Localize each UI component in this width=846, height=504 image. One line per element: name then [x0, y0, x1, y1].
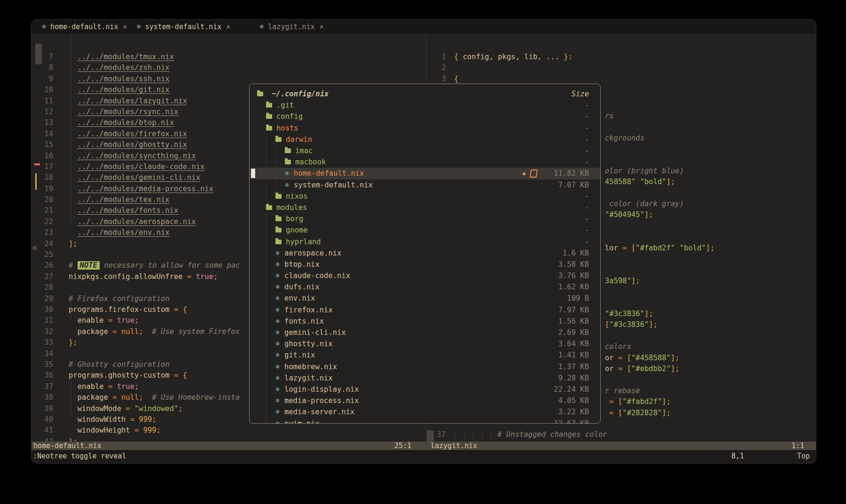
file-size: 7.97 KB [540, 306, 589, 314]
tree-item-git.nix[interactable]: ❄git.nix1.41 KB [250, 349, 600, 361]
code-text: ../../modules/fonts.nix [53, 205, 178, 216]
tree-item-claude-code.nix[interactable]: ❄claude-code.nix3.76 KB [250, 270, 600, 281]
line-number: 2 [426, 62, 446, 73]
indent-guide [257, 281, 266, 293]
tree-item-ghostty.nix[interactable]: ❄ghostty.nix3.64 KB [250, 338, 600, 349]
tree-item-macbook[interactable]: macbook- [250, 156, 600, 168]
code-token: = [170, 305, 183, 314]
code-line-7[interactable]: 7 ../../modules/tmux.nix [31, 52, 426, 62]
code-text: { config, pkgs, lib, ... }: [446, 52, 572, 62]
tree-item-homebrew.nix[interactable]: ❄homebrew.nix1.37 KB [250, 361, 600, 372]
nix-file-icon: ❄ [275, 364, 280, 370]
indent-guides: │ │ │ │ │ [454, 430, 497, 439]
tree-item-login-display.nix[interactable]: ❄login-display.nix22.24 KB [250, 384, 600, 395]
code-token: = [130, 426, 143, 434]
code-token: "#ebdbb2" [631, 364, 671, 373]
left-scrollbar-thumb[interactable] [35, 44, 42, 64]
line-number: 30 [31, 304, 53, 315]
tree-item-aerospace.nix[interactable]: ❄aerospace.nix1.6 KB [250, 248, 600, 259]
tree-item-gnome[interactable]: gnome- [250, 225, 600, 236]
tab-lazygit.nix[interactable]: ❄lazygit.nix× [255, 20, 328, 34]
close-icon[interactable]: × [226, 23, 230, 31]
cmdline-scroll-indicator: Top [797, 450, 810, 462]
neotree-root-row[interactable]: ~/.config/nix Size [250, 88, 600, 100]
tree-item-btop.nix[interactable]: ❄btop.nix3.58 KB [250, 259, 600, 270]
tree-item-name: homebrew.nix [284, 363, 337, 371]
code-line-8[interactable]: 8 ../../modules/zsh.nix [31, 62, 426, 73]
indent-guide [257, 406, 266, 418]
code-token [69, 217, 78, 226]
file-size: - [540, 203, 589, 212]
tree-item-gemini-cli.nix[interactable]: ❄gemini-cli.nix2.69 KB [250, 327, 600, 338]
folder-icon [285, 148, 291, 153]
tab-label: system-default.nix [145, 23, 222, 31]
code-text: programs.firefox-custom = { [53, 304, 187, 315]
code-token: ../../modules/ghostty.nix [78, 140, 187, 149]
nix-file-icon: ❄ [275, 409, 280, 415]
tree-item-hyprland[interactable]: hyprland- [250, 236, 600, 247]
code-fragment: = ["#282828"]; [605, 408, 671, 419]
code-token: = [170, 371, 183, 380]
code-line-41[interactable]: 41 windowHeight = 999; [31, 425, 426, 436]
code-token: ../../modules/aerospace.nix [78, 217, 196, 226]
file-size: - [540, 226, 589, 234]
code-token [69, 206, 78, 215]
code-token: programs.ghostty-custom [69, 371, 170, 380]
tree-item-env.nix[interactable]: ❄env.nix109 B [250, 293, 600, 304]
code-token: true [117, 382, 134, 391]
tree-item-media-server.nix[interactable]: ❄media-server.nix3.22 KB [250, 406, 600, 418]
code-token: [ [627, 364, 631, 373]
line-number: 41 [31, 425, 53, 436]
tab-system-default.nix[interactable]: ❄system-default.nix× [132, 20, 235, 34]
tab-label: lazygit.nix [268, 23, 314, 31]
code-token: = [605, 397, 618, 406]
tree-item-nixos[interactable]: nixos- [250, 191, 600, 202]
indent-guide [266, 395, 275, 406]
nix-file-icon: ❄ [275, 420, 280, 424]
statusline-left-filename: home-default.nix [33, 442, 102, 450]
code-token: "windowed" [134, 404, 178, 413]
statusline-right-segment: lazygit.nix 1:1 [426, 442, 816, 450]
file-size: 1.41 KB [540, 351, 589, 359]
tree-item-.git[interactable]: .git- [250, 100, 600, 111]
code-text: ../../modules/syncthing.nix [53, 151, 196, 162]
tree-item-hosts[interactable]: hosts- [250, 123, 600, 134]
cmdline[interactable]: :Neotree toggle reveal 8,1 Top [31, 450, 816, 463]
code-token: ../../modules/gemini-cli.nix [78, 173, 200, 182]
tree-item-borg[interactable]: borg- [250, 213, 600, 225]
indent-guide [257, 179, 266, 191]
tree-item-home-default.nix[interactable]: ❄home-default.nix●11.82 KB [250, 168, 600, 179]
tree-item-config[interactable]: config- [250, 111, 600, 122]
code-text: │ │ │ │ │ # Unstagged changes color [446, 429, 607, 440]
code-token: ../../modules/firefox.nix [78, 130, 187, 138]
tree-item-fonts.nix[interactable]: ❄fonts.nix1.56 KB [250, 316, 600, 327]
close-icon[interactable]: × [123, 23, 127, 31]
code-text: ../../modules/rsync.nix [53, 107, 178, 117]
indent-guide [257, 225, 266, 236]
code-line-9[interactable]: 9 ../../modules/ssh.nix [31, 74, 426, 85]
code-line-r37[interactable]: 37│ │ │ │ │ # Unstagged changes color [426, 429, 607, 440]
code-token: = [108, 393, 121, 402]
code-line-r1[interactable]: 1{ config, pkgs, lib, ... }: [426, 52, 816, 62]
indent-guide [275, 145, 285, 156]
tab-home-default.nix[interactable]: ❄home-default.nix× [37, 20, 132, 34]
tree-item-dufs.nix[interactable]: ❄dufs.nix1.62 KB [250, 281, 600, 293]
code-token: "#fabd2f" [622, 397, 662, 406]
code-line-r2[interactable]: 2 [426, 62, 816, 73]
tree-item-system-default.nix[interactable]: ❄system-default.nix7.07 KB [250, 179, 600, 191]
tree-item-modules[interactable]: modules- [250, 202, 600, 213]
code-token: NOTE [78, 261, 100, 270]
tree-item-firefox.nix[interactable]: ❄firefox.nix7.97 KB [250, 304, 600, 316]
tree-item-nvim.nix[interactable]: ❄nvim.nix12.67 KB [250, 418, 600, 424]
file-size: - [540, 158, 589, 166]
tree-item-imac[interactable]: imac- [250, 145, 600, 156]
close-icon[interactable]: × [320, 23, 324, 31]
code-line-r3[interactable]: 3{ [426, 74, 816, 85]
code-token: enable [69, 382, 104, 391]
tree-item-media-process.nix[interactable]: ❄media-process.nix4.05 KB [250, 395, 600, 406]
indent-guide [266, 145, 275, 156]
indent-guide [257, 395, 266, 406]
tree-item-lazygit.nix[interactable]: ❄lazygit.nix9.28 KB [250, 372, 600, 384]
nix-file-icon: ❄ [285, 182, 290, 188]
tree-item-darwin[interactable]: darwin- [250, 134, 600, 145]
